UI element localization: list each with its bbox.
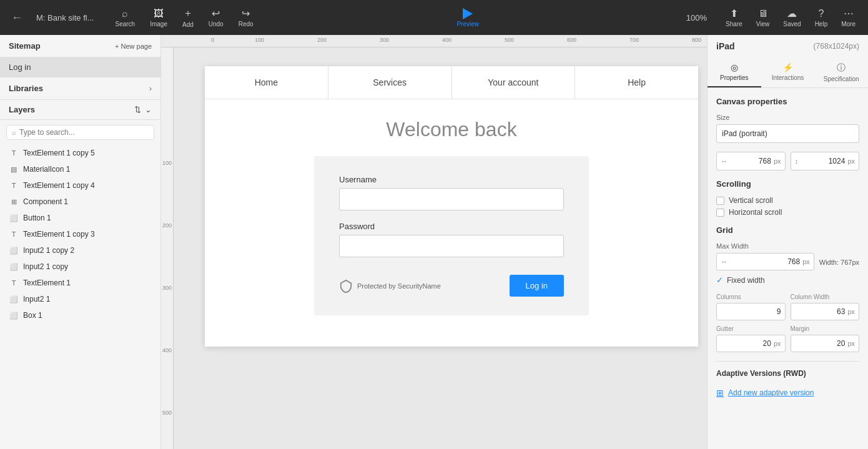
back-button[interactable]: ← bbox=[6, 7, 27, 28]
panel-tabs: ◎ Properties ⚡ Interactions ⓘ Specificat… bbox=[708, 57, 868, 88]
layer-label: TextElement 1 copy 3 bbox=[23, 230, 95, 239]
adaptive-title: Adaptive Versions (RWD) bbox=[716, 369, 859, 378]
login-button[interactable]: Log in bbox=[510, 275, 564, 297]
specification-label: Specification bbox=[824, 76, 859, 82]
grid-section: Grid Max Width ↔ px Width: 767px ✓ Fixed… bbox=[716, 225, 859, 352]
add-adaptive-label: Add new adaptive version bbox=[728, 388, 814, 397]
password-label: Password bbox=[339, 222, 564, 231]
layer-item-0[interactable]: TTextElement 1 copy 5 bbox=[0, 145, 160, 161]
layer-item-6[interactable]: ⬜Input2 1 copy 2 bbox=[0, 242, 160, 259]
layer-type-icon: ⬜ bbox=[9, 245, 19, 255]
layers-sort-icon[interactable]: ⇅ bbox=[134, 105, 141, 114]
horizontal-scroll-label: Horizontal scroll bbox=[729, 208, 782, 217]
nav-your-account[interactable]: Your account bbox=[452, 66, 576, 99]
column-width-input[interactable] bbox=[795, 307, 846, 316]
tab-specification[interactable]: ⓘ Specification bbox=[814, 57, 868, 87]
layer-type-icon: ⬜ bbox=[9, 294, 19, 304]
max-width-unit: px bbox=[802, 258, 810, 265]
layer-item-3[interactable]: ⊞Component 1 bbox=[0, 194, 160, 210]
layers-search-input[interactable] bbox=[19, 128, 149, 137]
layer-item-10[interactable]: ⬜Box 1 bbox=[0, 307, 160, 323]
size-select[interactable]: iPad (portrait) bbox=[716, 124, 859, 143]
horizontal-scroll-checkbox[interactable] bbox=[716, 209, 724, 217]
nav-services[interactable]: Services bbox=[328, 66, 452, 99]
specification-icon: ⓘ bbox=[837, 62, 846, 74]
libraries-header[interactable]: Libraries › bbox=[0, 77, 160, 100]
image-button[interactable]: 🖼 Image bbox=[144, 6, 174, 30]
width-field: ↔ px bbox=[716, 152, 786, 170]
max-width-input[interactable] bbox=[730, 257, 800, 266]
gutter-input[interactable] bbox=[721, 339, 771, 348]
layers-title: Layers bbox=[9, 105, 35, 114]
layer-type-icon: ⬜ bbox=[9, 262, 19, 272]
protected-text: Protected by SecurityName bbox=[357, 282, 441, 290]
log-in-item[interactable]: Log in bbox=[0, 57, 160, 77]
fixed-width-label: Fixed width bbox=[727, 276, 765, 285]
max-width-field: ↔ px bbox=[716, 253, 814, 270]
layer-label: Input2 1 bbox=[23, 295, 50, 303]
preview-button[interactable]: Preview bbox=[456, 8, 479, 27]
redo-button[interactable]: ↪ Redo bbox=[232, 5, 260, 30]
add-icon: ＋ bbox=[183, 7, 193, 20]
page-frame: Home Services Your account Help Welcome … bbox=[205, 66, 698, 347]
layer-label: Input2 1 copy 2 bbox=[23, 246, 74, 255]
more-icon: ⋯ bbox=[844, 7, 854, 19]
search-icon: ⌕ bbox=[12, 129, 16, 136]
layer-type-icon: T bbox=[9, 148, 19, 158]
gutter-label: Gutter bbox=[716, 325, 786, 332]
max-width-row: ↔ px Width: 767px bbox=[716, 253, 859, 270]
help-button[interactable]: ? Help bbox=[809, 6, 834, 30]
zoom-value[interactable]: 100% bbox=[676, 13, 717, 22]
password-input[interactable] bbox=[339, 235, 564, 257]
device-size: (768x1024px) bbox=[814, 42, 859, 51]
height-unit: px bbox=[847, 157, 855, 165]
layer-item-1[interactable]: ▤MaterialIcon 1 bbox=[0, 161, 160, 177]
username-input[interactable] bbox=[339, 188, 564, 210]
scrolling-title: Scrolling bbox=[716, 179, 859, 189]
layer-item-4[interactable]: ⬜Button 1 bbox=[0, 210, 160, 226]
more-button[interactable]: ⋯ More bbox=[835, 5, 862, 30]
add-adaptive-button[interactable]: ⊞ Add new adaptive version bbox=[716, 384, 859, 402]
margin-input[interactable] bbox=[795, 339, 846, 348]
ruler-left: 100 200 300 400 500 bbox=[161, 47, 174, 449]
layer-label: Box 1 bbox=[23, 311, 42, 320]
saved-button[interactable]: ☁ Saved bbox=[777, 5, 807, 30]
new-page-button[interactable]: + New page bbox=[115, 42, 152, 50]
view-button[interactable]: 🖥 View bbox=[750, 6, 776, 30]
height-input[interactable] bbox=[801, 157, 845, 165]
layers-search-box[interactable]: ⌕ bbox=[6, 125, 154, 140]
properties-icon: ◎ bbox=[731, 62, 738, 72]
width-unit: px bbox=[774, 157, 781, 165]
fixed-width-row: ✓ Fixed width bbox=[716, 275, 859, 285]
horizontal-scroll-option: Horizontal scroll bbox=[716, 208, 859, 217]
layer-item-9[interactable]: ⬜Input2 1 bbox=[0, 291, 160, 307]
layer-label: TextElement 1 copy 4 bbox=[23, 181, 95, 190]
layers-list: TTextElement 1 copy 5▤MaterialIcon 1TTex… bbox=[0, 145, 160, 449]
columns-input[interactable] bbox=[721, 307, 781, 316]
tab-properties[interactable]: ◎ Properties bbox=[708, 57, 761, 87]
right-panel: iPad (768x1024px) ◎ Properties ⚡ Interac… bbox=[707, 35, 868, 449]
share-button[interactable]: ⬆ Share bbox=[719, 5, 749, 30]
margin-col: Margin px bbox=[791, 325, 860, 352]
search-icon: ⌕ bbox=[122, 8, 128, 19]
tab-interactions[interactable]: ⚡ Interactions bbox=[761, 57, 815, 87]
layers-expand-icon[interactable]: ⌄ bbox=[145, 105, 152, 114]
main-area: Sitemap + New page Log in Libraries › La… bbox=[0, 35, 868, 449]
layer-item-5[interactable]: TTextElement 1 copy 3 bbox=[0, 226, 160, 242]
interactions-icon: ⚡ bbox=[782, 62, 793, 72]
search-button[interactable]: ⌕ Search bbox=[109, 6, 141, 30]
add-button[interactable]: ＋ Add bbox=[176, 4, 200, 31]
vertical-scroll-checkbox[interactable] bbox=[716, 197, 724, 205]
layer-item-8[interactable]: TTextElement 1 bbox=[0, 275, 160, 291]
width-input[interactable] bbox=[730, 157, 771, 165]
layer-item-2[interactable]: TTextElement 1 copy 4 bbox=[0, 177, 160, 194]
nav-help[interactable]: Help bbox=[575, 66, 698, 99]
scrolling-section: Scrolling Vertical scroll Horizontal scr… bbox=[716, 179, 859, 217]
width-icon: ↔ bbox=[721, 157, 727, 165]
undo-button[interactable]: ↩ Undo bbox=[202, 5, 230, 30]
grid-title: Grid bbox=[716, 225, 859, 235]
layer-label: TextElement 1 copy 5 bbox=[23, 149, 95, 157]
project-name[interactable]: M: Bank site fl... bbox=[30, 11, 100, 25]
layer-item-7[interactable]: ⬜Input2 1 copy bbox=[0, 259, 160, 275]
nav-home[interactable]: Home bbox=[205, 66, 328, 99]
